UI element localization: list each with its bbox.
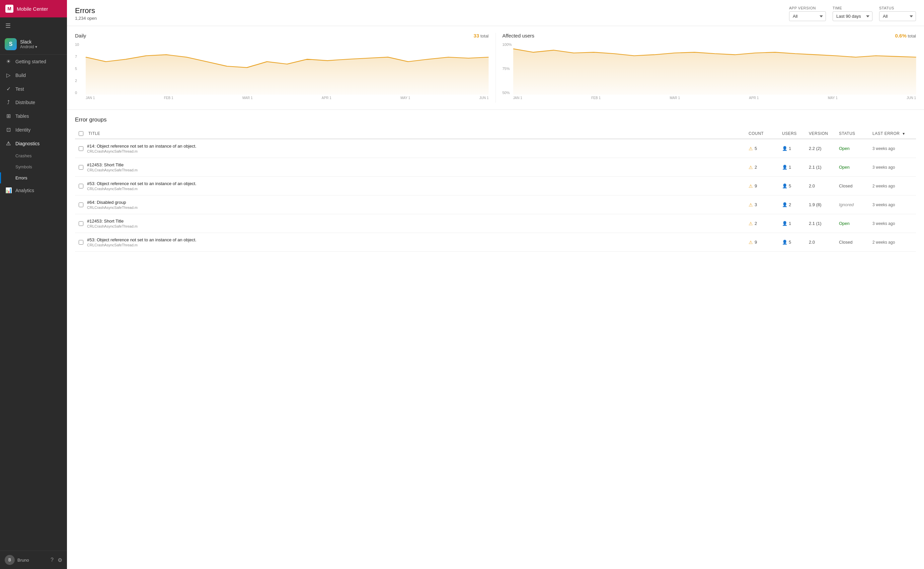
sidebar-item-errors[interactable]: Errors bbox=[0, 172, 67, 183]
row-subtitle: CRLCrashAsyncSafeThread.m bbox=[87, 224, 749, 228]
sidebar-item-label: Test bbox=[15, 86, 24, 92]
row-count: ⚠9 bbox=[749, 183, 782, 189]
sidebar-item-getting-started[interactable]: ☀ Getting started bbox=[0, 55, 67, 68]
time-select[interactable]: Last 90 days Last 30 days Last 7 days La… bbox=[833, 11, 872, 21]
sidebar-item-identity[interactable]: ⊡ Identity bbox=[0, 123, 67, 137]
row-checkbox[interactable] bbox=[75, 146, 87, 151]
sidebar-item-analytics[interactable]: 📊 Analytics bbox=[0, 183, 67, 197]
col-last-error-header: Last error ▼ bbox=[872, 131, 916, 136]
row-checkbox[interactable] bbox=[75, 240, 87, 245]
sidebar-item-label: Identity bbox=[15, 127, 30, 132]
row-subtitle: CRLCrashAsyncSafeThread.m bbox=[87, 243, 749, 247]
row-last-error: 3 weeks ago bbox=[872, 146, 916, 151]
row-version: 1.9 (8) bbox=[809, 202, 839, 207]
row-title: #14: Object reference not set to an inst… bbox=[87, 144, 749, 149]
row-count: ⚠5 bbox=[749, 146, 782, 151]
daily-chart-area: 10 7 5 2 0 bbox=[75, 43, 489, 103]
table-row[interactable]: #14: Object reference not set to an inst… bbox=[75, 139, 916, 158]
row-checkbox[interactable] bbox=[75, 202, 87, 207]
row-select-checkbox[interactable] bbox=[79, 184, 83, 189]
select-all-checkbox[interactable] bbox=[79, 131, 83, 136]
row-select-checkbox[interactable] bbox=[79, 146, 83, 151]
daily-chart-title: Daily bbox=[75, 33, 86, 38]
row-count: ⚠2 bbox=[749, 221, 782, 226]
row-last-error: 3 weeks ago bbox=[872, 221, 916, 226]
row-title: #53: Object reference not set to an inst… bbox=[87, 181, 749, 186]
status-label: STATUS bbox=[879, 6, 916, 10]
row-title-block: #12453: Short Title CRLCrashAsyncSafeThr… bbox=[87, 219, 749, 228]
affected-users-title: Affected users bbox=[502, 33, 535, 38]
daily-total-value: 33 bbox=[474, 33, 480, 38]
warning-icon: ⚠ bbox=[749, 146, 753, 151]
app-version-label: APP VERSION bbox=[789, 6, 826, 10]
row-checkbox[interactable] bbox=[75, 221, 87, 226]
error-groups-title: Error groups bbox=[75, 117, 916, 123]
sidebar-item-label: Build bbox=[15, 73, 26, 78]
settings-icon[interactable]: ⚙ bbox=[58, 557, 62, 563]
app-version-select[interactable]: All 2.2 2.1 2.0 1.9 bbox=[789, 11, 826, 21]
row-users: 👤1 bbox=[782, 221, 809, 226]
page-title-block: Errors 1,234 open bbox=[75, 6, 97, 21]
row-version: 2.1 (1) bbox=[809, 221, 839, 226]
sidebar-item-symbols[interactable]: Symbols bbox=[0, 161, 67, 172]
app-section: S Slack Android ▾ bbox=[0, 34, 67, 55]
row-status: Closed bbox=[839, 183, 872, 189]
row-subtitle: CRLCrashAsyncSafeThread.m bbox=[87, 149, 749, 153]
row-title-block: #64: Disabled group CRLCrashAsyncSafeThr… bbox=[87, 200, 749, 210]
page-subtitle: 1,234 open bbox=[75, 16, 97, 21]
sidebar-item-distribute[interactable]: ⤴ Distribute bbox=[0, 96, 67, 109]
sidebar-item-diagnostics[interactable]: ⚠ Diagnostics bbox=[0, 137, 67, 150]
row-title-block: #14: Object reference not set to an inst… bbox=[87, 144, 749, 153]
sidebar-item-tables[interactable]: ⊞ Tables bbox=[0, 109, 67, 123]
row-select-checkbox[interactable] bbox=[79, 202, 83, 207]
errors-label: Errors bbox=[15, 175, 27, 180]
row-subtitle: CRLCrashAsyncSafeThread.m bbox=[87, 168, 749, 172]
table-row[interactable]: #53: Object reference not set to an inst… bbox=[75, 233, 916, 252]
page-title: Errors bbox=[75, 6, 97, 15]
table-row[interactable]: #53: Object reference not set to an inst… bbox=[75, 177, 916, 195]
row-select-checkbox[interactable] bbox=[79, 165, 83, 170]
row-subtitle: CRLCrashAsyncSafeThread.m bbox=[87, 187, 749, 191]
header-checkbox[interactable] bbox=[75, 131, 87, 136]
tables-icon: ⊞ bbox=[5, 113, 11, 119]
symbols-label: Symbols bbox=[15, 164, 32, 169]
table-row[interactable]: #64: Disabled group CRLCrashAsyncSafeThr… bbox=[75, 195, 916, 214]
row-users: 👤5 bbox=[782, 183, 809, 189]
row-count: ⚠9 bbox=[749, 240, 782, 245]
row-version: 2.1 (1) bbox=[809, 165, 839, 170]
sun-icon: ☀ bbox=[5, 58, 11, 65]
affected-y-labels: 100% 75% 50% bbox=[502, 43, 513, 95]
error-groups-section: Error groups Title Count Users Version S… bbox=[67, 110, 924, 259]
row-title: #53: Object reference not set to an inst… bbox=[87, 237, 749, 242]
row-status: Open bbox=[839, 165, 872, 170]
daily-x-labels: JAN 1 FEB 1 MAR 1 APR 1 MAY 1 JUN 1 bbox=[86, 96, 489, 103]
sidebar-item-crashes[interactable]: Crashes bbox=[0, 150, 67, 161]
avatar: B bbox=[5, 555, 15, 565]
app-icon: S bbox=[5, 38, 17, 50]
row-users: 👤5 bbox=[782, 240, 809, 245]
sidebar-item-label: Analytics bbox=[15, 188, 34, 193]
row-select-checkbox[interactable] bbox=[79, 240, 83, 245]
status-select[interactable]: All Open Closed Ignored bbox=[879, 11, 916, 21]
row-select-checkbox[interactable] bbox=[79, 221, 83, 226]
daily-chart-canvas bbox=[86, 43, 489, 95]
col-status-header: Status bbox=[839, 131, 872, 136]
user-name: Bruno bbox=[17, 558, 29, 563]
affected-users-total-label: total bbox=[907, 33, 916, 38]
affected-line-svg bbox=[513, 43, 916, 95]
sidebar-item-test[interactable]: ✓ Test bbox=[0, 82, 67, 96]
user-icon: 👤 bbox=[782, 183, 787, 189]
app-logo: M bbox=[5, 5, 14, 13]
status-filter: STATUS All Open Closed Ignored bbox=[879, 6, 916, 21]
row-checkbox[interactable] bbox=[75, 184, 87, 189]
row-checkbox[interactable] bbox=[75, 165, 87, 170]
table-row[interactable]: #12453: Short Title CRLCrashAsyncSafeThr… bbox=[75, 158, 916, 177]
sidebar-item-build[interactable]: ▷ Build bbox=[0, 68, 67, 82]
table-row[interactable]: #12453: Short Title CRLCrashAsyncSafeThr… bbox=[75, 214, 916, 233]
help-icon[interactable]: ? bbox=[50, 557, 53, 563]
user-icon: 👤 bbox=[782, 146, 787, 151]
row-title: #12453: Short Title bbox=[87, 162, 749, 167]
row-last-error: 3 weeks ago bbox=[872, 202, 916, 207]
hamburger-icon[interactable]: ☰ bbox=[0, 17, 67, 34]
table-body: #14: Object reference not set to an inst… bbox=[75, 139, 916, 252]
